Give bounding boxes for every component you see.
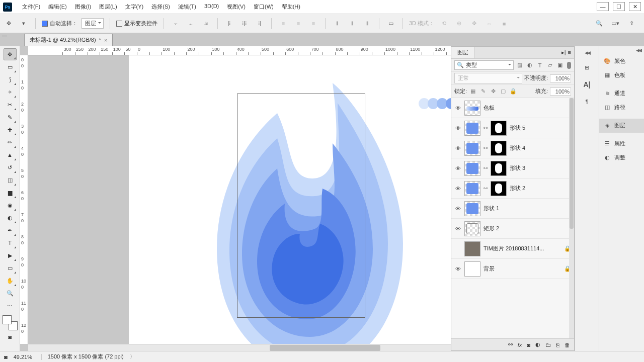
layer-mask-thumbnail[interactable] bbox=[491, 181, 507, 196]
layer-kind-filter[interactable]: 🔍类型 bbox=[454, 60, 514, 70]
marquee-tool[interactable]: ▭ bbox=[4, 61, 17, 73]
tool-preset-dropdown[interactable]: ▾ bbox=[18, 18, 29, 29]
menu-3D(D)[interactable]: 3D(D) bbox=[200, 3, 223, 11]
doc-info-menu[interactable]: 〉 bbox=[130, 353, 135, 360]
add-mask-icon[interactable]: ◙ bbox=[527, 342, 530, 348]
foreground-color[interactable] bbox=[3, 315, 12, 324]
doc-info[interactable]: 1500 像素 x 1500 像素 (72 ppi) bbox=[48, 353, 124, 360]
layer-thumbnail[interactable] bbox=[464, 261, 480, 277]
menu-滤镜(T)[interactable]: 滤镜(T) bbox=[174, 3, 200, 11]
edit-toolbar[interactable]: ⋯ bbox=[4, 300, 17, 312]
menu-图层(L)[interactable]: 图层(L) bbox=[95, 3, 121, 11]
layer-thumbnail[interactable] bbox=[464, 101, 480, 116]
selection-rectangle[interactable] bbox=[237, 94, 365, 318]
layer-thumbnail[interactable] bbox=[464, 161, 480, 176]
distribute-bottom-icon[interactable]: ≡ bbox=[308, 18, 319, 29]
eyedropper-tool[interactable]: ✎ bbox=[4, 111, 17, 123]
menu-视图(V)[interactable]: 视图(V) bbox=[223, 3, 250, 11]
filter-smart-icon[interactable]: ▣ bbox=[556, 61, 564, 69]
3d-zoom-icon[interactable]: ■ bbox=[499, 18, 510, 29]
healing-tool[interactable]: ✚ bbox=[4, 124, 17, 136]
filter-adjust-icon[interactable]: ◐ bbox=[526, 61, 534, 69]
lock-artboard-icon[interactable]: ▢ bbox=[499, 88, 507, 95]
fill-input[interactable]: 100% bbox=[550, 87, 571, 96]
menu-图像(I)[interactable]: 图像(I) bbox=[71, 3, 95, 11]
menu-帮助(H)[interactable]: 帮助(H) bbox=[278, 3, 304, 11]
filter-pixel-icon[interactable]: ▨ bbox=[516, 61, 524, 69]
distribute-right-icon[interactable]: ⦀ bbox=[362, 18, 373, 29]
dodge-tool[interactable]: ◐ bbox=[4, 212, 17, 224]
layer-mask-thumbnail[interactable] bbox=[491, 161, 507, 176]
panel-btn-图层[interactable]: ◈图层 bbox=[599, 119, 644, 133]
document-tab[interactable]: 未标题-1 @ 49.2%(RGB/8) * × bbox=[24, 34, 113, 46]
gradient-tool[interactable]: ▆ bbox=[4, 187, 17, 199]
visibility-toggle[interactable]: 👁 bbox=[454, 206, 461, 212]
collapse-toggle[interactable]: ◀◀ bbox=[585, 50, 590, 55]
blur-tool[interactable]: ◉ bbox=[4, 199, 17, 211]
layer-name[interactable]: 形状 2 bbox=[510, 185, 571, 192]
lock-transparent-icon[interactable]: ▦ bbox=[469, 88, 477, 95]
delete-layer-icon[interactable]: 🗑 bbox=[565, 342, 570, 348]
layer-list[interactable]: 👁色板👁⚯形状 5👁⚯形状 4👁⚯形状 3👁⚯形状 2👁形状 1👁矩形 2TIM… bbox=[451, 98, 574, 338]
quick-select-tool[interactable]: ✧ bbox=[4, 86, 17, 98]
visibility-toggle[interactable]: 👁 bbox=[454, 266, 461, 272]
align-hcenter-icon[interactable]: ⁝|⁝ bbox=[239, 18, 250, 29]
new-layer-icon[interactable]: ⎘ bbox=[556, 342, 559, 348]
menu-文字(Y)[interactable]: 文字(Y) bbox=[121, 3, 148, 11]
menu-编辑(E)[interactable]: 编辑(E) bbox=[44, 3, 71, 11]
show-transform-checkbox[interactable]: 显示变换控件 bbox=[116, 20, 157, 27]
screen-mode-icon[interactable]: ▭▾ bbox=[610, 18, 621, 29]
layer-name[interactable]: 矩形 2 bbox=[484, 225, 571, 232]
layer-row[interactable]: 👁⚯形状 2 bbox=[451, 178, 574, 199]
layer-row[interactable]: 👁背景🔒 bbox=[451, 259, 574, 279]
layer-name[interactable]: 形状 3 bbox=[510, 164, 571, 172]
link-layers-icon[interactable]: ⚯ bbox=[508, 341, 513, 348]
3d-orbit-icon[interactable]: ⟲ bbox=[438, 18, 449, 29]
layer-thumbnail[interactable] bbox=[464, 181, 480, 196]
visibility-toggle[interactable]: 👁 bbox=[454, 145, 461, 151]
layer-row[interactable]: 👁⚯形状 5 bbox=[451, 118, 574, 138]
layer-row[interactable]: 👁色板 bbox=[451, 98, 574, 118]
distribute-hcenter-icon[interactable]: ⦀ bbox=[347, 18, 358, 29]
adjustment-layer-icon[interactable]: ◐ bbox=[535, 341, 540, 348]
filter-type-icon[interactable]: T bbox=[536, 61, 544, 69]
type-tool[interactable]: T bbox=[4, 237, 17, 249]
panel-icon-character[interactable]: A| bbox=[582, 79, 592, 89]
distribute-top-icon[interactable]: ≡ bbox=[278, 18, 289, 29]
menu-文件(F)[interactable]: 文件(F) bbox=[18, 3, 44, 11]
path-select-tool[interactable]: ▶ bbox=[4, 249, 17, 261]
layer-name[interactable]: 色板 bbox=[484, 104, 571, 112]
layer-row[interactable]: 👁矩形 2 bbox=[451, 219, 574, 239]
hand-tool[interactable]: ✋ bbox=[4, 275, 17, 287]
new-group-icon[interactable]: 🗀 bbox=[545, 342, 551, 348]
3d-slide-icon[interactable]: ↔ bbox=[484, 18, 495, 29]
align-right-icon[interactable]: ⁝| bbox=[254, 18, 265, 29]
visibility-toggle[interactable]: 👁 bbox=[454, 226, 461, 232]
brush-tool[interactable]: ✏ bbox=[4, 136, 17, 148]
layer-mask-thumbnail[interactable] bbox=[491, 121, 507, 136]
menu-选择(S)[interactable]: 选择(S) bbox=[147, 3, 174, 11]
canvas[interactable] bbox=[129, 55, 501, 351]
panel-menu-icon[interactable]: ≡ bbox=[568, 49, 571, 56]
ruler-vertical[interactable]: 00102030405060708090100110120130 bbox=[20, 55, 28, 344]
panel-btn-路径[interactable]: ◫路径 bbox=[599, 101, 644, 115]
align-top-icon[interactable]: ⫟ bbox=[170, 18, 181, 29]
share-icon[interactable]: ⇪ bbox=[626, 18, 637, 29]
layer-thumbnail[interactable] bbox=[464, 121, 480, 136]
layer-name[interactable]: 背景 bbox=[484, 265, 561, 273]
align-bottom-icon[interactable]: ⫡ bbox=[200, 18, 211, 29]
3d-pan-icon[interactable]: ✥ bbox=[468, 18, 479, 29]
history-brush-tool[interactable]: ↺ bbox=[4, 161, 17, 173]
visibility-toggle[interactable]: 👁 bbox=[454, 165, 461, 171]
close-button[interactable]: ✕ bbox=[629, 2, 641, 11]
layer-name[interactable]: TIM图片 20180831114... bbox=[484, 245, 561, 252]
filter-toggle[interactable] bbox=[567, 62, 571, 69]
auto-align-icon[interactable]: ▭ bbox=[385, 18, 396, 29]
zoom-level[interactable]: 49.21% bbox=[14, 354, 42, 360]
lock-paint-icon[interactable]: ✎ bbox=[479, 88, 487, 95]
layer-fx-icon[interactable]: fx bbox=[518, 342, 522, 348]
crop-tool[interactable]: ✂ bbox=[4, 99, 17, 111]
align-left-icon[interactable]: |⁝ bbox=[224, 18, 235, 29]
lock-all-icon[interactable]: 🔒 bbox=[509, 88, 517, 95]
layers-tab[interactable]: 图层 bbox=[451, 47, 475, 58]
